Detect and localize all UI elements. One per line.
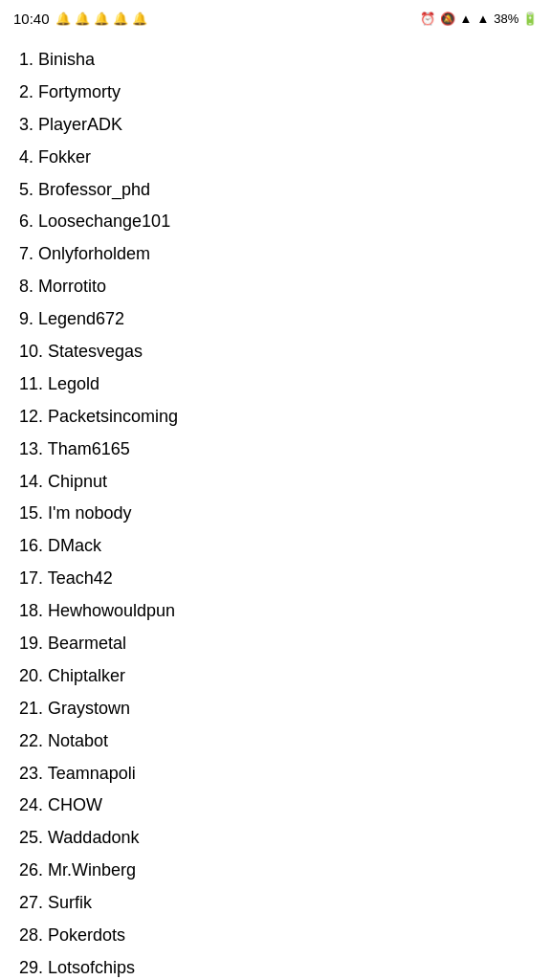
list-item: 9. Legend672	[19, 303, 532, 336]
list-item: 24. CHOW	[19, 790, 532, 822]
list-item: 20. Chiptalker	[19, 660, 532, 693]
list-item: 12. Packetsincoming	[19, 401, 532, 434]
battery-level: 38% 🔋	[494, 11, 538, 26]
list-item: 8. Morrotito	[19, 271, 532, 303]
bell-icon-1: 🔔	[55, 11, 71, 26]
list-item: 16. DMack	[19, 530, 532, 563]
list-item: 6. Loosechange101	[19, 206, 532, 238]
list-item: 21. Graystown	[19, 693, 532, 725]
list-item: 14. Chipnut	[19, 466, 532, 499]
list-item: 29. Lotsofchips	[19, 952, 532, 980]
status-time: 10:40	[13, 11, 50, 27]
list-item: 27. Surfik	[19, 887, 532, 920]
list-item: 23. Teamnapoli	[19, 758, 532, 791]
list-item: 4. Fokker	[19, 142, 532, 174]
list-item: 19. Bearmetal	[19, 628, 532, 660]
list-item: 11. Legold	[19, 368, 532, 401]
bell-icon-4: 🔔	[113, 11, 128, 26]
list-item: 7. Onlyforholdem	[19, 238, 532, 271]
status-right: ⏰ 🔕 ▲ ▲ 38% 🔋	[420, 11, 538, 26]
list-item: 22. Notabot	[19, 725, 532, 758]
list-item: 26. Mr.Winberg	[19, 855, 532, 887]
list-item: 28. Pokerdots	[19, 920, 532, 952]
list-item: 1. Binisha	[19, 44, 532, 77]
wifi-icon: ▲	[460, 11, 473, 26]
bell-icons: 🔔 🔔 🔔 🔔 🔔	[55, 11, 147, 26]
list-item: 17. Teach42	[19, 563, 532, 595]
list-item: 18. Hewhowouldpun	[19, 595, 532, 628]
mute-icon: 🔕	[440, 11, 455, 26]
status-bar: 10:40 🔔 🔔 🔔 🔔 🔔 ⏰ 🔕 ▲ ▲ 38% 🔋	[0, 0, 551, 34]
status-left: 10:40 🔔 🔔 🔔 🔔 🔔	[13, 11, 147, 27]
alarm-icon: ⏰	[420, 11, 435, 26]
list-item: 15. I'm nobody	[19, 498, 532, 530]
list-item: 10. Statesvegas	[19, 336, 532, 368]
list-item: 5. Brofessor_phd	[19, 174, 532, 207]
leaderboard-list: 1. Binisha2. Fortymorty3. PlayerADK4. Fo…	[0, 34, 551, 980]
bell-icon-3: 🔔	[94, 11, 109, 26]
signal-icon: ▲	[476, 11, 489, 26]
bell-icon-5: 🔔	[132, 11, 147, 26]
list-item: 13. Tham6165	[19, 434, 532, 466]
list-item: 25. Waddadonk	[19, 822, 532, 855]
list-item: 2. Fortymorty	[19, 77, 532, 109]
list-item: 3. PlayerADK	[19, 109, 532, 142]
bell-icon-2: 🔔	[75, 11, 90, 26]
